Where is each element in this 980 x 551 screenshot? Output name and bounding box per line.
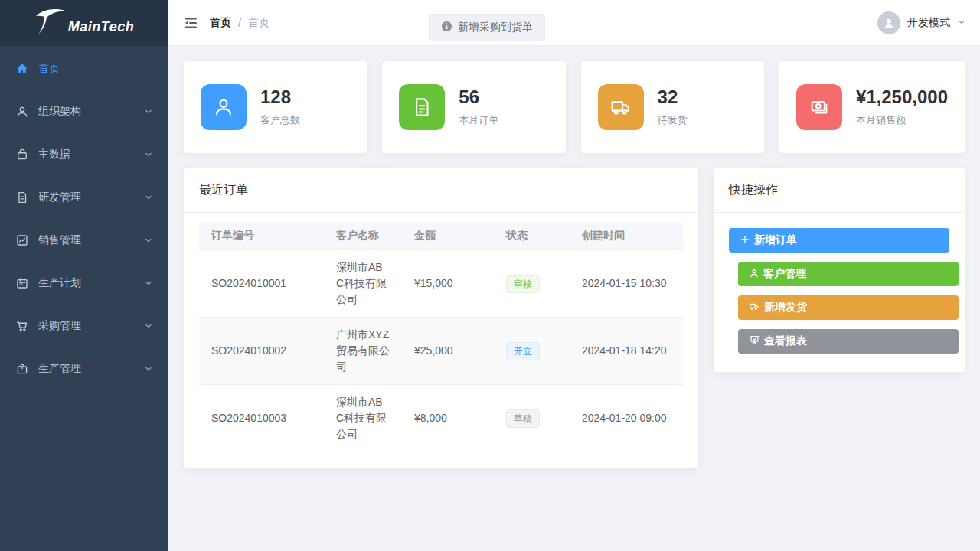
view-reports-label: 查看报表 [764,334,807,348]
breadcrumb-root[interactable]: 首页 [210,16,231,30]
chevron-down-icon [957,16,966,30]
user-icon [201,84,247,130]
sidebar-item-label: 生产计划 [38,276,81,290]
order-customer: 深圳市ABC科技有限公司 [324,250,402,318]
sidebar-item-label: 研发管理 [38,191,81,204]
sidebar-item-label: 主数据 [38,148,70,161]
chevron-down-icon [144,193,153,202]
breadcrumb-current: 首页 [248,16,270,30]
stat-card-pending-shipments: 32 待发货 [581,61,764,153]
breadcrumb-separator: / [238,17,241,29]
bag-icon [15,148,29,161]
sidebar-item-rd[interactable]: 研发管理 [0,176,168,219]
stat-value: 128 [260,87,300,107]
order-id: SO2024010001 [199,250,324,318]
customer-management-label: 客户管理 [763,267,806,281]
user-mode-label: 开发模式 [907,16,950,30]
new-order-button[interactable]: 新增订单 [729,228,949,253]
board-icon [749,334,760,348]
order-id: SO2024010002 [199,318,324,385]
chevron-down-icon [144,236,153,245]
top-header: 首页 / 首页 新增采购到货单 开发模式 [168,0,980,46]
order-amount: ¥8,000 [402,385,494,452]
stat-label: 本月订单 [459,113,498,127]
sidebar-item-label: 首页 [38,62,60,76]
stat-card-customers: 128 客户总数 [184,61,367,153]
new-order-label: 新增订单 [754,233,797,247]
col-order-id: 订单编号 [199,222,324,250]
app-logo: MainTech [0,0,168,46]
sidebar-item-label: 生产管理 [38,362,81,376]
col-amount: 金额 [402,222,494,250]
order-created: 2024-01-18 14:20 [570,318,683,385]
sidebar-item-manufacturing[interactable]: 生产管理 [0,347,168,390]
info-icon [441,21,452,34]
bottom-row: 最近订单 订单编号 客户名称 金额 状态 创建时间 [184,168,965,468]
avatar [877,11,900,34]
customer-management-button[interactable]: 客户管理 [738,262,959,286]
col-created: 创建时间 [570,222,683,250]
stats-row: 128 客户总数 56 本月订单 32 待发货 [184,61,965,153]
stat-card-orders: 56 本月订单 [382,61,565,153]
stat-label: 本月销售额 [856,113,948,127]
truck-icon [749,301,760,315]
order-created: 2024-01-15 10:30 [570,250,683,318]
chevron-down-icon [144,279,153,288]
table-row: SO2024010002 广州市XYZ贸易有限公司 ¥25,000 开立 202… [199,318,683,385]
recent-orders-title: 最近订单 [184,168,698,213]
sidebar-item-purchasing[interactable]: 采购管理 [0,305,168,347]
sidebar: MainTech 首页 组织架构 主数据 研发管理 [0,0,168,551]
sidebar-item-master-data[interactable]: 主数据 [0,133,168,176]
view-reports-button[interactable]: 查看报表 [738,329,959,354]
box-icon [15,362,29,376]
trend-chart-icon [15,233,29,247]
status-badge: 审核 [506,275,540,293]
main-content: 128 客户总数 56 本月订单 32 待发货 [168,46,980,551]
stat-value: 32 [658,87,688,107]
new-purchase-receipt-button[interactable]: 新增采购到货单 [429,14,545,41]
chevron-down-icon [144,150,153,159]
document-icon [399,84,445,130]
calendar-icon [15,276,29,290]
status-badge: 草稿 [506,409,540,428]
money-icon [796,84,842,130]
order-id: SO2024010003 [199,385,324,452]
sidebar-item-label: 组织架构 [38,105,81,119]
table-row: SO2024010001 深圳市ABC科技有限公司 ¥15,000 审核 202… [199,250,683,318]
new-shipment-button[interactable]: 新增发货 [738,295,959,320]
user-icon [749,268,760,281]
new-purchase-receipt-label: 新增采购到货单 [458,21,533,34]
stat-label: 待发货 [658,113,688,127]
sidebar-item-home[interactable]: 首页 [0,47,168,90]
cart-icon [15,319,29,333]
stat-label: 客户总数 [260,113,300,127]
new-shipment-label: 新增发货 [764,301,807,315]
col-customer: 客户名称 [324,222,402,250]
user-icon [15,105,29,119]
order-customer: 广州市XYZ贸易有限公司 [324,318,402,385]
order-created: 2024-01-20 09:00 [570,385,683,452]
status-badge: 开立 [506,342,540,360]
chevron-down-icon [144,321,153,331]
chevron-down-icon [144,364,153,373]
sidebar-item-label: 采购管理 [38,319,81,333]
orders-table: 订单编号 客户名称 金额 状态 创建时间 SO2024010001 深圳市ABC… [199,222,683,452]
user-menu[interactable]: 开发模式 [877,0,966,46]
sidebar-item-label: 销售管理 [38,233,81,247]
plus-icon [740,234,750,247]
quick-actions-title: 快捷操作 [714,168,965,213]
sidebar-item-org[interactable]: 组织架构 [0,90,168,133]
sidebar-item-production-plan[interactable]: 生产计划 [0,262,168,305]
order-customer: 深圳市ABC科技有限公司 [324,385,402,452]
table-row: SO2024010003 深圳市ABC科技有限公司 ¥8,000 草稿 2024… [199,385,683,452]
truck-icon [598,84,644,130]
order-amount: ¥15,000 [402,250,494,318]
logo-text: MainTech [68,19,134,35]
sidebar-menu: 首页 组织架构 主数据 研发管理 销售 [0,46,168,390]
col-status: 状态 [494,222,570,250]
sidebar-fold-icon[interactable] [182,15,199,31]
recent-orders-card: 最近订单 订单编号 客户名称 金额 状态 创建时间 [184,168,698,468]
sidebar-item-sales[interactable]: 销售管理 [0,219,168,262]
home-icon [15,62,29,76]
stat-value: ¥1,250,000 [856,87,948,107]
